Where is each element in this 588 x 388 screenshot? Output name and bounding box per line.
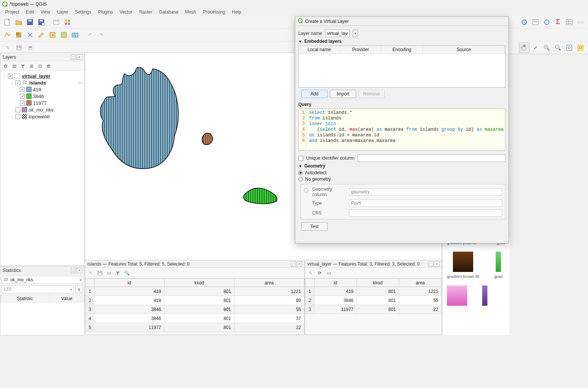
visibility-checkbox[interactable]: ✓	[20, 94, 25, 99]
zoom-full-button[interactable]	[564, 42, 574, 53]
feature-3846[interactable]	[244, 188, 277, 204]
edit-icon[interactable]: ✎	[87, 269, 95, 277]
add-group-icon[interactable]: ▤	[11, 62, 18, 70]
pan-to-selection-button[interactable]: ⤢	[530, 42, 541, 53]
stats-layer-select[interactable]: ok_mo_riks ▾	[2, 276, 83, 284]
menu-mesh[interactable]: Mesh	[182, 9, 199, 15]
save-icon[interactable]: 💾	[96, 269, 104, 277]
radio-manual[interactable]	[304, 188, 308, 193]
zoom-sel-icon[interactable]: 🔍	[123, 269, 131, 277]
measure-button[interactable]	[575, 17, 586, 27]
geom-type-select[interactable]	[349, 199, 502, 207]
select-icon[interactable]: ▭	[105, 269, 113, 277]
select-icon[interactable]: ▭	[325, 269, 333, 277]
edit-pencil-button[interactable]	[36, 30, 47, 40]
visibility-checkbox[interactable]: ✓	[20, 101, 25, 106]
menu-help[interactable]: Help	[229, 9, 244, 15]
add-feature-button[interactable]: ⬒	[25, 42, 35, 53]
attr-left-table[interactable]: idkkodarea 14198011221 241980169 3384680…	[85, 278, 304, 332]
new-scratch-button[interactable]	[25, 30, 35, 40]
undock-icon[interactable]: ▢	[71, 54, 76, 60]
new-geopackage-button[interactable]	[59, 30, 69, 40]
menu-plugins[interactable]: Plugins	[95, 9, 116, 15]
undock-icon[interactable]: ▢	[291, 261, 296, 267]
visibility-checkbox[interactable]: ✓	[8, 74, 13, 79]
uid-input[interactable]	[358, 154, 505, 162]
uid-checkbox[interactable]	[298, 156, 303, 161]
new-shapefile-button[interactable]: +	[47, 30, 58, 40]
visibility-checkbox[interactable]	[15, 107, 20, 112]
expand-icon[interactable]: ⊞	[28, 62, 35, 70]
menu-database[interactable]: Database	[156, 9, 181, 15]
feature-419[interactable]	[100, 67, 178, 169]
menu-raster[interactable]: Raster	[136, 9, 155, 15]
stats-expression-input[interactable]: 123▾	[2, 285, 74, 293]
layer-name-input[interactable]	[325, 30, 350, 37]
add-raster-button[interactable]	[14, 30, 24, 40]
embedded-layers-table[interactable]: Local name Provider Encoding Source	[298, 45, 505, 88]
style-manager-button[interactable]	[62, 17, 73, 27]
close-icon[interactable]: ✕	[297, 261, 302, 267]
layer-islands[interactable]: ⌄ ✓ islands ▭	[2, 79, 84, 86]
category-3846[interactable]: ✓ 3846	[2, 93, 84, 100]
visibility-checkbox[interactable]: ✓	[20, 87, 25, 92]
menu-edit[interactable]: Edit	[23, 9, 37, 15]
add-button[interactable]: Add	[301, 90, 328, 98]
edit-icon[interactable]: ✎	[307, 269, 315, 277]
sum-button[interactable]: Σ	[553, 17, 563, 27]
close-icon[interactable]: ✕	[77, 54, 82, 60]
geometry-header[interactable]: ▼Geometry	[298, 163, 505, 169]
layer-virtual[interactable]: › ✓ virtual_layer	[2, 72, 84, 79]
reload-icon[interactable]: ⟳	[316, 269, 324, 277]
add-vector-button[interactable]	[2, 30, 13, 40]
undo-button[interactable]: ↶	[85, 30, 95, 40]
visibility-checkbox[interactable]: ✓	[15, 80, 20, 85]
radio-nogeom[interactable]: No geometry	[298, 177, 505, 182]
open-project-button[interactable]	[14, 17, 24, 27]
zoom-in-button[interactable]	[541, 42, 552, 53]
swatch-pink[interactable]	[447, 285, 467, 306]
new-virtual-button[interactable]	[70, 30, 80, 40]
radio-autodetect[interactable]: Autodetect	[298, 170, 505, 175]
identify-button[interactable]	[519, 17, 529, 27]
menu-vector[interactable]: Vector	[117, 9, 135, 15]
geom-col-input[interactable]	[349, 188, 502, 196]
attrib-table-button[interactable]	[564, 17, 574, 27]
save-project-button[interactable]	[25, 17, 35, 27]
menu-settings[interactable]: Settings	[72, 9, 94, 15]
chevron-right-icon[interactable]: ›	[3, 74, 6, 78]
undock-icon[interactable]: ▢	[71, 268, 76, 273]
save-edits-button[interactable]: 💾	[14, 42, 24, 53]
swatch-brown[interactable]: gradient brown fill	[447, 252, 479, 279]
category-11977[interactable]: ✓ 11977	[2, 100, 84, 106]
expression-button[interactable]: ε	[75, 285, 83, 293]
undock-icon[interactable]: ▢	[428, 261, 433, 267]
filter-icon[interactable]	[114, 269, 122, 277]
print-layout-button[interactable]	[51, 17, 62, 27]
swatch-green[interactable]: grad	[494, 252, 502, 279]
swatch-purple[interactable]	[482, 285, 487, 306]
pan-button[interactable]	[519, 42, 529, 53]
layer-okmo[interactable]: ok_mo_riks	[2, 106, 84, 113]
style-icon[interactable]: ✿	[2, 62, 9, 70]
test-button[interactable]: Test	[301, 222, 328, 231]
close-icon[interactable]: ✕	[77, 268, 82, 273]
category-419[interactable]: ✓ 419	[2, 86, 84, 93]
save-as-button[interactable]	[36, 17, 47, 27]
remove-layer-icon[interactable]: 🗑	[45, 62, 53, 70]
import-button[interactable]: Import	[330, 90, 356, 98]
chevron-down-icon[interactable]: ▾	[353, 30, 358, 37]
field-calc-button[interactable]	[530, 17, 541, 27]
attr-right-table[interactable]: idkkodarea 14198011221 2384680155 311977…	[305, 278, 442, 314]
menu-processing[interactable]: Processing	[200, 9, 228, 15]
filter-icon[interactable]	[19, 62, 27, 70]
embedded-layers-header[interactable]: ▼Embedded layers	[298, 39, 505, 44]
redo-button[interactable]: ↷	[96, 30, 107, 40]
toolbox-button[interactable]	[541, 17, 552, 27]
visibility-checkbox[interactable]	[15, 114, 20, 119]
menu-project[interactable]: Project	[2, 9, 22, 15]
toggle-edit-button[interactable]: ✎	[2, 42, 13, 53]
zoom-selection-button[interactable]	[575, 42, 586, 53]
menu-view[interactable]: View	[38, 9, 53, 15]
feature-11977[interactable]	[202, 133, 213, 145]
